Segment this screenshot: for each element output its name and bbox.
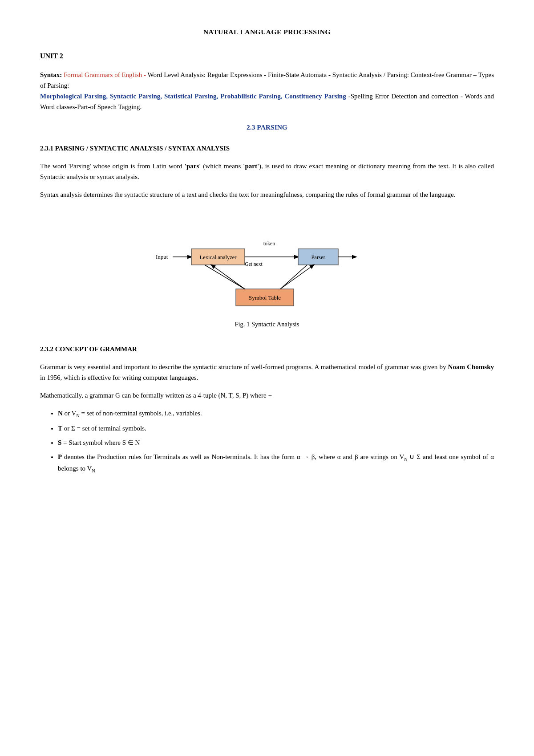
svg-text:Lexical analyzer: Lexical analyzer: [200, 254, 237, 260]
svg-text:Symbol Table: Symbol Table: [249, 294, 281, 301]
grammar-bullet-list: N or VN = set of non-terminal symbols, i…: [58, 408, 494, 475]
bullet-item-t: T or Σ = set of terminal symbols.: [58, 423, 494, 434]
bullet4-text: denotes the Production rules for Termina…: [58, 453, 494, 472]
svg-text:token: token: [263, 240, 275, 247]
syntax-red-text: Formal Grammars of English -: [64, 71, 146, 78]
syntax-block: Syntax: Formal Grammars of English - Wor…: [40, 69, 494, 112]
grammar-paragraph-2: Mathematically, a grammar G can be forma…: [40, 390, 494, 401]
svg-line-13: [211, 265, 245, 289]
page-title: NATURAL LANGUAGE PROCESSING: [40, 27, 494, 38]
bullet-item-s: S = Start symbol where S ∈ N: [58, 437, 494, 448]
syntax-label: Syntax:: [40, 71, 62, 78]
unit-heading: UNIT 2: [40, 50, 494, 62]
svg-line-15: [280, 265, 314, 289]
bullet1-text: or VN = set of non-terminal symbols, i.e…: [63, 410, 202, 417]
syntactic-analysis-diagram: Input Lexical analyzer token Parser Get …: [142, 213, 392, 316]
grammar-paragraph-1: Grammar is very essential and important …: [40, 362, 494, 383]
section-heading: 2.3 PARSING: [40, 122, 494, 133]
svg-text:Get     next: Get next: [245, 261, 263, 267]
paragraph-2: Syntax analysis determines the syntactic…: [40, 189, 494, 200]
paragraph-1: The word 'Parsing' whose origin is from …: [40, 161, 494, 182]
diagram-caption: Fig. 1 Syntactic Analysis: [235, 319, 299, 329]
syntax-blue-text: Morphological Parsing, Syntactic Parsing…: [40, 93, 346, 100]
bullet-item-p: P denotes the Production rules for Termi…: [58, 451, 494, 475]
subsection1-heading: 2.3.1 PARSING / SYNTACTIC ANALYSIS / SYN…: [40, 143, 494, 154]
svg-text:Parser: Parser: [311, 254, 325, 260]
diagram-container: Input Lexical analyzer token Parser Get …: [40, 213, 494, 339]
bullet-item-n: N or VN = set of non-terminal symbols, i…: [58, 408, 494, 419]
svg-line-14: [280, 265, 307, 289]
svg-line-12: [205, 265, 245, 289]
bullet2-text: or Σ = set of terminal symbols.: [62, 425, 146, 432]
svg-text:Input: Input: [156, 253, 168, 260]
subsection2-heading: 2.3.2 CONCEPT OF GRAMMAR: [40, 344, 494, 354]
bullet3-text: = Start symbol where S ∈ N: [61, 439, 140, 446]
